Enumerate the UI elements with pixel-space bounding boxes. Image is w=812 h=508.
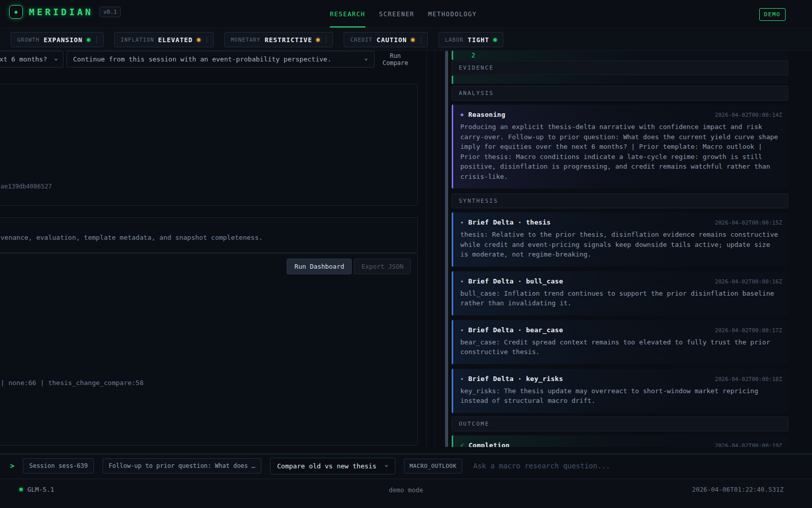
regime-chip-monetary: MONETARY RESTRICTIVE [224, 32, 333, 47]
chevron-down-icon [54, 56, 58, 63]
status-dot-icon [411, 38, 415, 42]
chip-divider [326, 36, 326, 44]
check-icon [460, 442, 464, 447]
chevron-down-icon [385, 462, 388, 469]
regime-value: ELEVATED [158, 36, 193, 44]
section-header-analysis: ANALYSIS [452, 86, 788, 101]
regime-label: GROWTH [17, 37, 40, 43]
diamond-logo-icon [9, 5, 23, 19]
dashboard-stats-text: | none:66 | thesis_change_compare:58 [1, 379, 144, 387]
regime-value: TIGHT [467, 36, 489, 44]
card-timestamp: 2026-04-02T00:00:17Z [715, 327, 782, 334]
card-timestamp: 2026-04-02T00:00:14Z [715, 112, 782, 118]
event-log-pane: 2 EVIDENCE ANALYSIS Reasoning 2026-04-02… [452, 51, 788, 447]
delta-bull-case-card: Brief Delta · bull_case 2026-04-02T00:00… [452, 271, 788, 315]
card-body: thesis: Relative to the prior thesis, di… [460, 230, 778, 260]
card-title: Brief Delta · bull_case [468, 277, 563, 285]
nav-tab-screener[interactable]: SCREENER [379, 0, 415, 28]
chevron-down-icon [364, 56, 368, 63]
sparkle-icon [460, 219, 464, 225]
regime-chip-credit: CREDIT CAUTION [344, 32, 428, 47]
regime-chip-growth: GROWTH EXPANSION [11, 32, 104, 47]
left-pane: next 6 months? Continue from this sessio… [0, 51, 426, 447]
dashboard-actions: Run Dashboard Export JSON [287, 259, 411, 274]
app-title: MERIDIAN [29, 7, 93, 17]
card-title: Brief Delta · bear_case [468, 326, 563, 334]
regime-label: INFLATION [121, 37, 154, 43]
sparkle-icon [460, 278, 464, 284]
status-footer: GLM-5.1 demo mode 2026-04-06T01:22:40.53… [0, 479, 812, 508]
run-dashboard-button[interactable]: Run Dashboard [287, 259, 352, 274]
evidence-item-partial [452, 76, 788, 84]
status-dot-icon [87, 38, 90, 42]
pane-divider [434, 51, 435, 447]
card-body: bear_case: Credit spread context remains… [460, 337, 778, 357]
question-select[interactable]: next 6 months? [0, 51, 63, 68]
section-header-outcome: OUTCOME [452, 417, 788, 431]
regime-value: EXPANSION [44, 36, 83, 44]
dashboard-panel: Run Dashboard Export JSON | none:66 | th… [0, 253, 418, 446]
card-timestamp: 2026-04-02T00:00:15Z [715, 219, 782, 226]
nav-tab-methodology[interactable]: METHODOLOGY [428, 0, 477, 28]
demo-badge[interactable]: DEMO [759, 8, 786, 21]
mode-label: demo mode [0, 486, 812, 494]
regime-value: RESTRICTIVE [264, 36, 312, 44]
session-chart-panel: ae139db4086527 [0, 84, 418, 206]
chip-divider [421, 36, 421, 44]
delta-thesis-card: Brief Delta · thesis 2026-04-02T00:00:15… [452, 212, 788, 267]
sparkle-icon [460, 376, 464, 382]
card-title: Reasoning [468, 111, 505, 118]
card-timestamp: 2026-04-02T00:00:18Z [715, 376, 782, 383]
reasoning-card: Reasoning 2026-04-02T00:00:14Z Producing… [452, 105, 788, 188]
status-dot-icon [197, 38, 200, 42]
session-chip[interactable]: Session sess-639 [23, 458, 94, 473]
followup-context-chip[interactable]: Follow-up to prior question: What does … [103, 458, 261, 473]
mode-select[interactable]: Compare old vs new thesis [270, 458, 395, 474]
template-chip: MACRO_OUTLOOK [404, 459, 462, 473]
card-title: Brief Delta · thesis [468, 218, 551, 226]
card-body: bull_case: Inflation trend continues to … [460, 289, 778, 308]
prompt-icon [10, 462, 14, 470]
regime-label: LABOR [445, 37, 464, 43]
question-input[interactable] [473, 462, 812, 470]
completion-card: Completion 2026-04-02T00:00:19Z [452, 435, 788, 448]
regime-chip-inflation: INFLATION ELEVATED [114, 32, 214, 47]
top-bar: MERIDIAN v0.1 RESEARCH SCREENER METHODOL… [0, 0, 812, 28]
chip-divider [207, 36, 207, 44]
chip-divider [96, 36, 97, 44]
regime-label: CREDIT [350, 37, 373, 43]
question-select-value: next 6 months? [0, 55, 47, 63]
main-content: next 6 months? Continue from this sessio… [0, 51, 812, 447]
delta-key-risks-card: Brief Delta · key_risks 2026-04-02T00:00… [452, 369, 788, 413]
diamond-icon [460, 112, 464, 117]
regime-chip-labor: LABOR TIGHT [438, 32, 503, 47]
section-header-synthesis: SYNTHESIS [452, 194, 788, 208]
card-timestamp: 2026-04-02T00:00:19Z [715, 442, 782, 448]
export-json-button[interactable]: Export JSON [354, 259, 411, 274]
app-window: MERIDIAN v0.1 RESEARCH SCREENER METHODOL… [0, 0, 812, 508]
run-compare-button[interactable]: Run Compare [379, 51, 412, 68]
evidence-item-partial: 2 [452, 51, 788, 60]
followup-select-value: Continue from this session with an event… [73, 55, 331, 63]
session-id-text: ae139db4086527 [1, 183, 52, 190]
sparkle-icon [460, 327, 464, 333]
status-dot-icon [316, 38, 320, 42]
delta-bear-case-card: Brief Delta · bear_case 2026-04-02T00:00… [452, 320, 788, 364]
followup-select[interactable]: Continue from this session with an event… [66, 51, 375, 68]
mode-select-value: Compare old vs new thesis [277, 462, 377, 470]
main-nav: RESEARCH SCREENER METHODOLOGY [330, 0, 477, 28]
regime-status-bar: GROWTH EXPANSION INFLATION ELEVATED MONE… [0, 29, 812, 51]
nav-tab-research[interactable]: RESEARCH [330, 0, 365, 28]
card-timestamp: 2026-04-02T00:00:16Z [715, 278, 782, 285]
section-header-evidence: EVIDENCE [452, 60, 788, 75]
right-pane-scrollbar[interactable] [445, 51, 448, 447]
version-badge: v0.1 [99, 7, 121, 17]
card-body: key_risks: The thesis update may overrea… [460, 386, 778, 406]
note-text: venance, evaluation, template metadata, … [1, 234, 263, 241]
card-body: Producing an explicit thesis-delta narra… [460, 122, 778, 181]
regime-value: CAUTION [377, 36, 407, 44]
regime-label: MONETARY [231, 37, 261, 43]
status-dot-icon [493, 38, 497, 42]
evidence-count: 2 [471, 52, 475, 59]
card-title: Completion [468, 441, 510, 448]
